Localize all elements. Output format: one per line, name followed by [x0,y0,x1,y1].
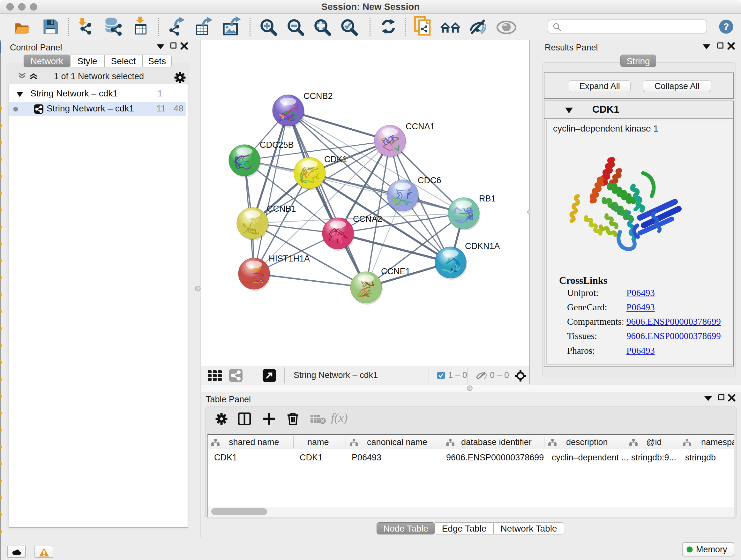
svg-text:CDC25B: CDC25B [260,140,294,150]
svg-text:CCNA1: CCNA1 [406,122,435,131]
svg-text:CDC6: CDC6 [418,176,441,185]
svg-text:CCNB2: CCNB2 [304,91,333,101]
svg-text:CDKN1A: CDKN1A [465,241,500,251]
svg-text:CCNE1: CCNE1 [381,266,410,276]
svg-text:CDK1: CDK1 [324,154,347,164]
svg-text:RB1: RB1 [479,194,496,203]
svg-text:CCNB1: CCNB1 [267,204,296,213]
svg-text:CCNA2: CCNA2 [353,214,382,224]
svg-text:?: ? [723,21,729,32]
svg-text:HIST1H1A: HIST1H1A [269,254,310,263]
